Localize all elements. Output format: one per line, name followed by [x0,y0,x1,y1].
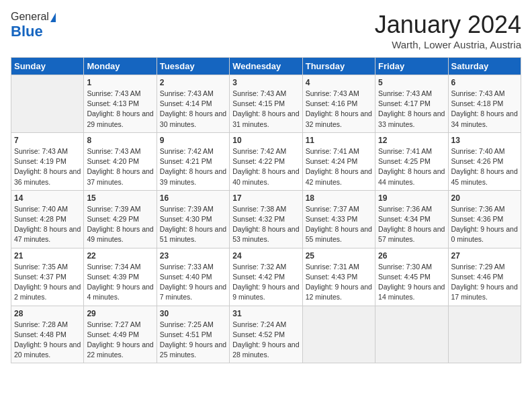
day-number: 31 [232,309,299,318]
day-number: 10 [232,136,299,145]
calendar-cell: 29Sunrise: 7:27 AMSunset: 4:49 PMDayligh… [84,306,157,363]
day-number: 23 [160,251,226,261]
day-number: 25 [306,251,372,261]
day-number: 17 [232,193,299,203]
calendar-cell: 10Sunrise: 7:42 AMSunset: 4:22 PMDayligh… [230,132,302,190]
day-number: 16 [160,193,226,203]
day-info: Sunrise: 7:40 AMSunset: 4:26 PMDaylight:… [451,146,518,187]
day-number: 22 [87,251,153,261]
column-header-saturday: Saturday [448,58,521,75]
day-info: Sunrise: 7:41 AMSunset: 4:24 PMDaylight:… [306,146,372,187]
day-number: 4 [306,78,372,87]
calendar-cell: 14Sunrise: 7:40 AMSunset: 4:28 PMDayligh… [11,190,84,248]
logo-general-text: General [11,11,49,23]
day-number: 5 [378,78,445,87]
day-info: Sunrise: 7:27 AMSunset: 4:49 PMDaylight:… [87,320,153,361]
day-info: Sunrise: 7:36 AMSunset: 4:36 PMDaylight:… [451,204,518,245]
page-header: General Blue January 2024 Warth, Lower A… [11,11,521,50]
logo-blue-text: Blue [11,23,43,40]
column-header-tuesday: Tuesday [157,58,229,75]
logo-triangle-icon [50,13,56,22]
logo: General Blue [11,11,56,40]
calendar-cell: 2Sunrise: 7:43 AMSunset: 4:14 PMDaylight… [157,75,229,133]
calendar-cell: 9Sunrise: 7:42 AMSunset: 4:21 PMDaylight… [157,132,229,190]
column-header-sunday: Sunday [11,58,84,75]
calendar-cell: 1Sunrise: 7:43 AMSunset: 4:13 PMDaylight… [84,75,157,133]
calendar-cell: 22Sunrise: 7:34 AMSunset: 4:39 PMDayligh… [84,248,157,306]
calendar-cell: 16Sunrise: 7:39 AMSunset: 4:30 PMDayligh… [157,190,229,248]
column-header-friday: Friday [375,58,448,75]
day-number: 19 [378,193,445,203]
column-header-monday: Monday [84,58,157,75]
day-info: Sunrise: 7:24 AMSunset: 4:52 PMDaylight:… [232,320,299,361]
calendar-cell: 5Sunrise: 7:43 AMSunset: 4:17 PMDaylight… [375,75,448,133]
calendar-cell: 23Sunrise: 7:33 AMSunset: 4:40 PMDayligh… [157,248,229,306]
day-info: Sunrise: 7:40 AMSunset: 4:28 PMDaylight:… [14,204,81,245]
calendar-cell: 21Sunrise: 7:35 AMSunset: 4:37 PMDayligh… [11,248,84,306]
calendar-cell: 30Sunrise: 7:25 AMSunset: 4:51 PMDayligh… [157,306,229,363]
calendar-cell: 27Sunrise: 7:29 AMSunset: 4:46 PMDayligh… [448,248,521,306]
day-info: Sunrise: 7:37 AMSunset: 4:33 PMDaylight:… [306,204,372,245]
calendar-cell: 28Sunrise: 7:28 AMSunset: 4:48 PMDayligh… [11,306,84,363]
day-info: Sunrise: 7:43 AMSunset: 4:20 PMDaylight:… [87,146,153,187]
day-number: 11 [306,136,372,145]
day-number: 24 [232,251,299,261]
calendar-cell: 12Sunrise: 7:41 AMSunset: 4:25 PMDayligh… [375,132,448,190]
day-info: Sunrise: 7:32 AMSunset: 4:42 PMDaylight:… [232,262,299,303]
day-info: Sunrise: 7:30 AMSunset: 4:45 PMDaylight:… [378,262,445,303]
calendar-header-row: SundayMondayTuesdayWednesdayThursdayFrid… [11,58,521,75]
month-title: January 2024 [375,11,521,39]
calendar-cell: 7Sunrise: 7:43 AMSunset: 4:19 PMDaylight… [11,132,84,190]
calendar-cell: 17Sunrise: 7:38 AMSunset: 4:32 PMDayligh… [230,190,302,248]
day-number: 8 [87,136,153,145]
day-number: 26 [378,251,445,261]
location-subtitle: Warth, Lower Austria, Austria [375,39,521,50]
column-header-thursday: Thursday [302,58,375,75]
calendar-cell: 15Sunrise: 7:39 AMSunset: 4:29 PMDayligh… [84,190,157,248]
calendar-cell: 11Sunrise: 7:41 AMSunset: 4:24 PMDayligh… [302,132,375,190]
day-number: 9 [160,136,226,145]
day-number: 28 [14,309,81,318]
day-number: 7 [14,136,81,145]
calendar-cell [11,75,84,133]
calendar-week-row: 21Sunrise: 7:35 AMSunset: 4:37 PMDayligh… [11,248,521,306]
day-info: Sunrise: 7:41 AMSunset: 4:25 PMDaylight:… [378,146,445,187]
day-info: Sunrise: 7:43 AMSunset: 4:17 PMDaylight:… [378,89,445,130]
calendar-week-row: 1Sunrise: 7:43 AMSunset: 4:13 PMDaylight… [11,75,521,133]
day-info: Sunrise: 7:33 AMSunset: 4:40 PMDaylight:… [160,262,226,303]
day-number: 21 [14,251,81,261]
day-info: Sunrise: 7:43 AMSunset: 4:14 PMDaylight:… [160,89,226,130]
calendar-cell: 6Sunrise: 7:43 AMSunset: 4:18 PMDaylight… [448,75,521,133]
column-header-wednesday: Wednesday [230,58,302,75]
calendar-cell: 19Sunrise: 7:36 AMSunset: 4:34 PMDayligh… [375,190,448,248]
day-number: 29 [87,309,153,318]
day-info: Sunrise: 7:28 AMSunset: 4:48 PMDaylight:… [14,320,81,361]
calendar-week-row: 14Sunrise: 7:40 AMSunset: 4:28 PMDayligh… [11,190,521,248]
day-number: 1 [87,78,153,87]
day-info: Sunrise: 7:42 AMSunset: 4:22 PMDaylight:… [232,146,299,187]
calendar-cell: 26Sunrise: 7:30 AMSunset: 4:45 PMDayligh… [375,248,448,306]
day-info: Sunrise: 7:35 AMSunset: 4:37 PMDaylight:… [14,262,81,303]
calendar-cell [375,306,448,363]
calendar-cell: 13Sunrise: 7:40 AMSunset: 4:26 PMDayligh… [448,132,521,190]
day-number: 2 [160,78,226,87]
calendar-cell [302,306,375,363]
calendar-cell: 25Sunrise: 7:31 AMSunset: 4:43 PMDayligh… [302,248,375,306]
day-number: 18 [306,193,372,203]
calendar-cell [448,306,521,363]
day-number: 30 [160,309,226,318]
day-number: 6 [451,78,518,87]
day-info: Sunrise: 7:25 AMSunset: 4:51 PMDaylight:… [160,320,226,361]
day-number: 20 [451,193,518,203]
day-info: Sunrise: 7:29 AMSunset: 4:46 PMDaylight:… [451,262,518,303]
day-info: Sunrise: 7:38 AMSunset: 4:32 PMDaylight:… [232,204,299,245]
day-info: Sunrise: 7:43 AMSunset: 4:15 PMDaylight:… [232,89,299,130]
day-number: 13 [451,136,518,145]
calendar-week-row: 28Sunrise: 7:28 AMSunset: 4:48 PMDayligh… [11,306,521,363]
day-info: Sunrise: 7:43 AMSunset: 4:13 PMDaylight:… [87,89,153,130]
calendar-cell: 20Sunrise: 7:36 AMSunset: 4:36 PMDayligh… [448,190,521,248]
day-info: Sunrise: 7:43 AMSunset: 4:18 PMDaylight:… [451,89,518,130]
calendar-cell: 24Sunrise: 7:32 AMSunset: 4:42 PMDayligh… [230,248,302,306]
day-number: 3 [232,78,299,87]
calendar-cell: 4Sunrise: 7:43 AMSunset: 4:16 PMDaylight… [302,75,375,133]
